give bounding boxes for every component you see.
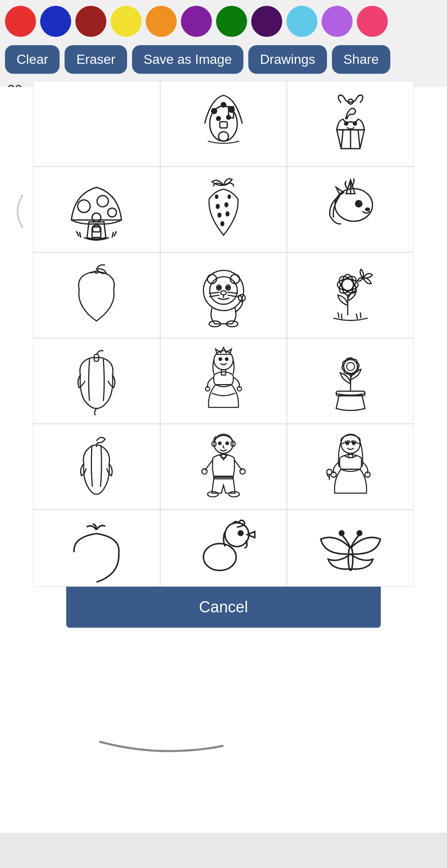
svg-point-84 xyxy=(346,442,348,445)
drawing-cell-lion[interactable] xyxy=(160,252,287,338)
svg-point-59 xyxy=(225,358,228,360)
color-hot-pink[interactable] xyxy=(357,6,388,37)
share-button[interactable]: Share xyxy=(332,45,390,74)
svg-point-75 xyxy=(219,442,221,445)
drawing-cell-butterfly-partial[interactable] xyxy=(287,510,414,587)
svg-rect-1 xyxy=(219,132,228,141)
drawing-cell-potted-flower[interactable] xyxy=(287,338,414,424)
svg-point-18 xyxy=(108,208,117,217)
drawing-cell-small-pepper[interactable] xyxy=(33,424,160,510)
color-palette xyxy=(0,0,447,41)
svg-point-30 xyxy=(359,202,361,204)
color-orange[interactable] xyxy=(146,6,177,37)
color-blue[interactable] xyxy=(40,6,71,37)
eraser-button[interactable]: Eraser xyxy=(65,45,127,74)
svg-point-16 xyxy=(97,196,108,207)
svg-point-23 xyxy=(226,212,229,216)
drawing-cell-boy[interactable] xyxy=(160,424,287,510)
svg-point-76 xyxy=(226,442,228,445)
svg-rect-19 xyxy=(93,227,100,232)
svg-point-57 xyxy=(214,351,233,370)
svg-point-40 xyxy=(221,291,226,295)
svg-point-15 xyxy=(78,200,90,213)
svg-point-80 xyxy=(208,492,219,497)
svg-point-38 xyxy=(218,287,220,289)
svg-point-94 xyxy=(339,531,344,536)
svg-point-4 xyxy=(211,109,216,114)
drawing-selection-panel: Cancel xyxy=(0,81,447,628)
svg-point-14 xyxy=(353,122,356,126)
drawing-cell-unicorn[interactable] xyxy=(287,167,414,252)
drawing-cell-bell-pepper[interactable] xyxy=(33,338,160,424)
svg-point-95 xyxy=(357,531,362,536)
color-light-blue[interactable] xyxy=(286,6,317,37)
svg-point-85 xyxy=(352,442,355,445)
svg-point-25 xyxy=(216,195,218,198)
drawing-cell-empty[interactable] xyxy=(33,81,160,167)
cancel-button[interactable]: Cancel xyxy=(66,587,381,628)
svg-point-31 xyxy=(365,208,369,210)
color-dark-purple[interactable] xyxy=(251,6,282,37)
svg-point-20 xyxy=(216,205,219,209)
svg-point-93 xyxy=(348,546,353,571)
svg-point-54 xyxy=(342,279,353,291)
drawing-cell-mushroom[interactable] xyxy=(33,167,160,252)
svg-point-70 xyxy=(344,360,357,373)
save-as-image-button[interactable]: Save as Image xyxy=(132,45,243,74)
svg-rect-2 xyxy=(220,122,227,128)
svg-line-42 xyxy=(209,293,219,294)
color-yellow[interactable] xyxy=(111,6,142,37)
svg-point-22 xyxy=(218,213,221,218)
drawing-cell-apple[interactable] xyxy=(33,252,160,338)
drawing-grid xyxy=(33,81,414,587)
svg-point-5 xyxy=(221,103,226,107)
svg-point-90 xyxy=(225,523,249,547)
drawing-cell-strawberry[interactable] xyxy=(160,167,287,252)
drawing-cell-flower[interactable] xyxy=(287,252,414,338)
svg-point-78 xyxy=(202,469,207,474)
svg-point-8 xyxy=(227,116,231,119)
drawing-grid-panel: Cancel xyxy=(33,81,414,628)
drawings-button[interactable]: Drawings xyxy=(248,45,327,74)
svg-line-44 xyxy=(228,293,238,294)
toolbar: Clear Eraser Save as Image Drawings Shar… xyxy=(0,41,447,78)
svg-point-24 xyxy=(221,222,224,226)
svg-point-13 xyxy=(344,122,348,126)
drawing-cell-rooster-partial[interactable] xyxy=(160,510,287,587)
drawing-cell-cupcake[interactable] xyxy=(287,81,414,167)
color-purple[interactable] xyxy=(181,6,212,37)
svg-point-39 xyxy=(227,287,229,289)
svg-point-79 xyxy=(240,469,245,474)
clear-button[interactable]: Clear xyxy=(5,45,60,74)
cancel-label: Cancel xyxy=(199,598,248,616)
svg-point-7 xyxy=(216,117,220,121)
color-dark-red[interactable] xyxy=(75,6,106,37)
svg-point-6 xyxy=(229,107,234,112)
drawing-cell-princess[interactable] xyxy=(160,338,287,424)
color-green[interactable] xyxy=(216,6,247,37)
drawing-cell-house[interactable] xyxy=(160,81,287,167)
svg-point-21 xyxy=(225,203,228,207)
drawing-cell-snow-white[interactable] xyxy=(287,424,414,510)
svg-point-26 xyxy=(228,195,231,198)
svg-point-92 xyxy=(203,544,236,571)
svg-line-9 xyxy=(341,130,343,149)
color-red[interactable] xyxy=(5,6,36,37)
svg-point-81 xyxy=(229,492,240,497)
color-lavender[interactable] xyxy=(322,6,353,37)
svg-point-91 xyxy=(238,531,243,536)
svg-point-55 xyxy=(362,277,364,279)
svg-point-58 xyxy=(219,358,221,360)
drawing-cell-tomato-partial[interactable] xyxy=(33,510,160,587)
svg-line-11 xyxy=(358,130,360,149)
